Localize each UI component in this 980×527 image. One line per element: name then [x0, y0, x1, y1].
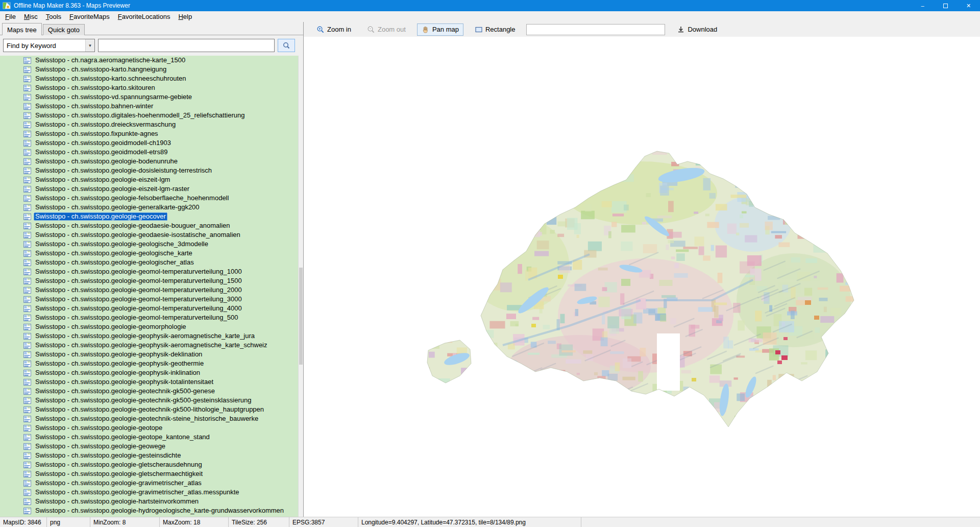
zoom-in-button[interactable]: Zoom in	[312, 23, 356, 36]
search-button[interactable]	[278, 39, 295, 52]
map-layer-icon	[23, 508, 31, 514]
tree-item[interactable]: Swisstopo - ch.swisstopo.geologie-geomol…	[0, 295, 303, 304]
map-layer-icon	[23, 278, 31, 284]
close-button[interactable]: ✕	[957, 0, 980, 11]
tree-item[interactable]: Swisstopo - ch.swisstopo.geologie-eiszei…	[0, 175, 303, 184]
rectangle-button[interactable]: Rectangle	[470, 23, 520, 36]
tree-item[interactable]: Swisstopo - ch.swisstopo.geologie-geodae…	[0, 221, 303, 230]
tree-item[interactable]: Swisstopo - ch.swisstopo-karto.hangneigu…	[0, 65, 303, 74]
search-mode-dropdown[interactable]: Find by Keyword ▼	[3, 39, 95, 52]
tree-scrollbar-thumb[interactable]	[299, 268, 303, 365]
tree-item-label: Swisstopo - ch.swisstopo.geologie-genera…	[34, 203, 201, 211]
tree-item-label: Swisstopo - ch.swisstopo.geologie-geodae…	[34, 222, 232, 230]
tree-item-label: Swisstopo - ch.swisstopo.geologie-geotec…	[34, 387, 216, 395]
zoom-out-button[interactable]: Zoom out	[362, 23, 410, 36]
map-layer-icon	[23, 361, 31, 367]
tree-item[interactable]: Swisstopo - ch.swisstopo.geoidmodell-etr…	[0, 148, 303, 157]
tree-item[interactable]: Swisstopo - ch.swisstopo.geologie-geomol…	[0, 267, 303, 276]
menu-item-favoritemaps[interactable]: FavoriteMaps	[65, 12, 114, 21]
tree-item[interactable]: Swisstopo - ch.swisstopo.geologie-gletsc…	[0, 469, 303, 478]
tree-item[interactable]: Swisstopo - ch.swisstopo.geologie-geotec…	[0, 414, 303, 423]
tree-item[interactable]: Swisstopo - ch.swisstopo.geologie-gravim…	[0, 488, 303, 497]
switzerland-map-canvas	[426, 147, 865, 438]
map-viewport[interactable]	[304, 37, 980, 517]
tree-item[interactable]: Swisstopo - ch.swisstopo-vd.spannungsarm…	[0, 92, 303, 102]
maximize-button[interactable]	[934, 0, 957, 11]
tree-item[interactable]: Swisstopo - ch.swisstopo.geologie-geophy…	[0, 368, 303, 377]
tree-item[interactable]: Swisstopo - ch.swisstopo.geoidmodell-ch1…	[0, 138, 303, 148]
zoom-in-icon	[316, 26, 325, 34]
tree-item[interactable]: Swisstopo - ch.swisstopo.fixpunkte-agnes	[0, 129, 303, 138]
tree-item-label: Swisstopo - ch.swisstopo.geologie-bodenu…	[34, 157, 179, 165]
map-layer-icon	[23, 333, 31, 340]
menu-item-misc[interactable]: Misc	[20, 12, 42, 21]
tree-item[interactable]: Swisstopo - ch.swisstopo.geologie-geomol…	[0, 313, 303, 322]
search-icon	[282, 41, 290, 50]
map-layer-icon	[23, 177, 31, 183]
tree-item[interactable]: Swisstopo - ch.swisstopo.geologie-geophy…	[0, 350, 303, 359]
tree-item[interactable]: Swisstopo - ch.swisstopo.geologie-gestei…	[0, 451, 303, 460]
tree-item[interactable]: Swisstopo - ch.swisstopo.geologie-geomol…	[0, 304, 303, 313]
pan-map-button[interactable]: Pan map	[417, 23, 463, 36]
tree-item[interactable]: Swisstopo - ch.swisstopo.geologie-geolog…	[0, 258, 303, 267]
tree-item[interactable]: Swisstopo - ch.swisstopo.geologie-eiszei…	[0, 184, 303, 194]
tree-item[interactable]: Swisstopo - ch.swisstopo.geologie-geomol…	[0, 276, 303, 285]
tree-item[interactable]: Swisstopo - ch.swisstopo.geologie-geotec…	[0, 405, 303, 414]
tree-item[interactable]: Swisstopo - ch.swisstopo.geologie-gravim…	[0, 478, 303, 488]
menu-item-favoritelocations[interactable]: FavoriteLocations	[114, 12, 175, 21]
tree-item[interactable]: Swisstopo - ch.swisstopo.geologie-geomol…	[0, 285, 303, 295]
app-window: Offline Map Maker 8.363 - Maps Previewer…	[0, 0, 980, 527]
tree-item[interactable]: Swisstopo - ch.swisstopo.geologie-geolog…	[0, 239, 303, 249]
tree-item[interactable]: Swisstopo - ch.swisstopo.digitales-hoehe…	[0, 111, 303, 120]
tree-item[interactable]: Swisstopo - ch.swisstopo.geologie-geotec…	[0, 396, 303, 405]
tree-item-label: Swisstopo - ch.swisstopo.geologie-geophy…	[34, 369, 202, 377]
map-layer-icon	[23, 57, 31, 64]
tab-quick-goto[interactable]: Quick goto	[43, 24, 85, 35]
tree-item[interactable]: Swisstopo - ch.nagra.aeromagnetische-kar…	[0, 56, 303, 65]
tree-item[interactable]: Swisstopo - ch.swisstopo.geologie-geomor…	[0, 322, 303, 331]
map-layer-icon	[23, 452, 31, 459]
menu-item-file[interactable]: File	[1, 12, 20, 21]
tree-item-label: Swisstopo - ch.swisstopo.geologie-geomol…	[34, 304, 243, 313]
tree-item[interactable]: Swisstopo - ch.swisstopo.geologie-hartst…	[0, 497, 303, 506]
search-input[interactable]	[98, 39, 275, 52]
zoom-in-label: Zoom in	[327, 26, 351, 33]
status-cell-2: MinZoom: 8	[90, 517, 160, 527]
tree-item[interactable]: Swisstopo - ch.swisstopo.geologie-hydrog…	[0, 506, 303, 515]
tree-item[interactable]: Swisstopo - ch.swisstopo.geologie-geophy…	[0, 359, 303, 368]
map-layer-icon	[23, 85, 31, 91]
tab-maps-tree[interactable]: Maps tree	[2, 23, 42, 35]
tree-item[interactable]: Swisstopo - ch.swisstopo.geologie-geodae…	[0, 230, 303, 239]
map-layer-icon	[23, 296, 31, 303]
tree-item[interactable]: Swisstopo - ch.swisstopo.geologie-geolog…	[0, 249, 303, 258]
map-layer-icon	[23, 103, 31, 110]
tree-item[interactable]: Swisstopo - ch.swisstopo.geologie-bodenu…	[0, 157, 303, 166]
tree-item[interactable]: Swisstopo - ch.swisstopo.geologie-geoweg…	[0, 442, 303, 451]
tree-item[interactable]: Swisstopo - ch.swisstopo.geologie-gletsc…	[0, 460, 303, 469]
tree-item[interactable]: Swisstopo - ch.swisstopo.dreiecksvermasc…	[0, 120, 303, 129]
tree-item[interactable]: Swisstopo - ch.swisstopo-karto.skitouren	[0, 83, 303, 92]
tree-item[interactable]: Swisstopo - ch.swisstopo.geologie-geotop…	[0, 433, 303, 442]
window-title: Offline Map Maker 8.363 - Maps Previewer	[14, 2, 130, 9]
coordinate-input[interactable]	[526, 24, 665, 35]
map-layer-icon	[23, 324, 31, 330]
pan-map-label: Pan map	[432, 26, 459, 33]
tree-item[interactable]: Swisstopo - ch.swisstopo.geologie-geotec…	[0, 387, 303, 396]
tree-item[interactable]: Swisstopo - ch.swisstopo.bahnen-winter	[0, 102, 303, 111]
menu-item-tools[interactable]: Tools	[42, 12, 65, 21]
tree-item[interactable]: Swisstopo - ch.swisstopo.geologie-geotop…	[0, 423, 303, 433]
tree-item[interactable]: Swisstopo - ch.swisstopo.geologie-dosisl…	[0, 166, 303, 175]
tree-item[interactable]: Swisstopo - ch.swisstopo.geologie-geophy…	[0, 341, 303, 350]
tree-item[interactable]: Swisstopo - ch.swisstopo.geologie-felsob…	[0, 194, 303, 203]
menu-item-help[interactable]: Help	[174, 12, 196, 21]
tree-item[interactable]: Swisstopo - ch.swisstopo.geologie-geocov…	[0, 212, 303, 221]
tree-item-label: Swisstopo - ch.swisstopo-vd.spannungsarm…	[34, 93, 193, 101]
download-button[interactable]: Download	[672, 23, 722, 36]
tree-scrollbar[interactable]	[298, 56, 303, 517]
tree-item[interactable]: Swisstopo - ch.swisstopo.geologie-genera…	[0, 203, 303, 212]
tree-item[interactable]: Swisstopo - ch.swisstopo.geologie-geophy…	[0, 377, 303, 387]
tree-item-label: Swisstopo - ch.swisstopo.geologie-geophy…	[34, 341, 269, 349]
minimize-button[interactable]: –	[911, 0, 934, 11]
tree-item[interactable]: Swisstopo - ch.swisstopo.geologie-geophy…	[0, 331, 303, 341]
tree-item[interactable]: Swisstopo - ch.swisstopo-karto.schneesch…	[0, 74, 303, 83]
